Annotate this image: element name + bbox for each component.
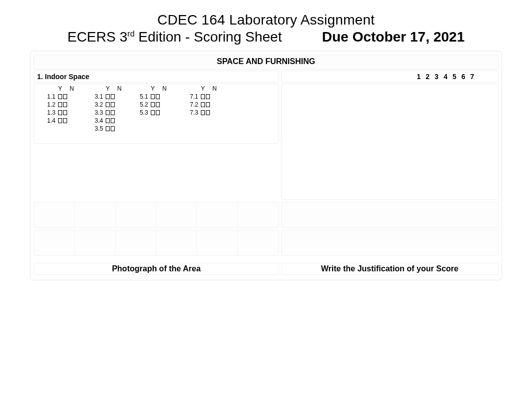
right-column: 1 2 3 4 5 6 7 (281, 71, 498, 200)
scale-row: 1 2 3 4 5 6 7 (281, 71, 498, 83)
indicators-grid: Y N 1.1 1.2 1.3 1.4 Y N 3.1 3.2 3.3 3.4 … (34, 84, 279, 144)
ind-label: 5.3 (140, 109, 151, 117)
checkbox-n[interactable] (63, 110, 67, 115)
checkbox-y[interactable] (201, 94, 205, 99)
caption-justification: Write the Justification of your Score (281, 263, 498, 275)
due-date: Due October 17, 2021 (322, 29, 465, 45)
checkbox-n[interactable] (63, 118, 67, 123)
justification-area[interactable] (281, 84, 498, 200)
checkbox-n[interactable] (156, 110, 160, 115)
ind-label: 1.1 (47, 93, 58, 101)
scale-num: 2 (426, 73, 435, 81)
blur-row-2 (34, 230, 498, 256)
ind-label: 7.3 (190, 109, 201, 117)
checkbox-n[interactable] (63, 94, 67, 99)
indicator-col-1: Y N 1.1 1.2 1.3 1.4 (47, 85, 95, 142)
title-line-2: ECERS 3rd Edition - Scoring SheetDue Oct… (30, 29, 502, 45)
ind-label: 5.2 (140, 101, 151, 109)
checkbox-n[interactable] (111, 94, 115, 99)
checkbox-n[interactable] (206, 94, 210, 99)
indicator-col-5: Y N 5.1 5.2 5.3 (140, 85, 190, 142)
checkbox-y[interactable] (106, 126, 110, 131)
scale-num: 5 (452, 73, 461, 81)
checkbox-y[interactable] (106, 110, 110, 115)
title2-sup: rd (127, 30, 134, 38)
yn-header: Y N (190, 85, 250, 93)
checkbox-y[interactable] (58, 102, 62, 107)
blur-row-1 (34, 202, 498, 228)
scale-num: 3 (435, 73, 444, 81)
section-header: SPACE AND FURNISHING (34, 55, 498, 70)
ind-label: 1.4 (47, 117, 58, 125)
ind-label: 3.1 (95, 93, 106, 101)
left-column: 1. Indoor Space Y N 1.1 1.2 1.3 1.4 Y N … (34, 71, 279, 200)
ind-label: 5.1 (140, 93, 151, 101)
ind-label: 3.3 (95, 109, 106, 117)
checkbox-y[interactable] (106, 94, 110, 99)
checkbox-y[interactable] (58, 94, 62, 99)
scale-num: 4 (443, 73, 452, 81)
ind-label: 7.2 (190, 101, 201, 109)
checkbox-n[interactable] (111, 126, 115, 131)
checkbox-y[interactable] (58, 118, 62, 123)
ind-label: 3.5 (95, 125, 106, 133)
title2-prefix: ECERS 3 (67, 29, 127, 45)
item-title: 1. Indoor Space (34, 71, 279, 83)
checkbox-y[interactable] (151, 102, 155, 107)
checkbox-y[interactable] (201, 110, 205, 115)
scoring-sheet-frame: SPACE AND FURNISHING 1. Indoor Space Y N… (30, 51, 502, 280)
ind-label: 1.2 (47, 101, 58, 109)
ind-label: 3.4 (95, 117, 106, 125)
title2-suffix: Edition - Scoring Sheet (135, 29, 282, 45)
scale-num: 7 (470, 73, 479, 81)
checkbox-y[interactable] (151, 94, 155, 99)
checkbox-n[interactable] (206, 110, 210, 115)
ind-label: 1.3 (47, 109, 58, 117)
yn-header: Y N (95, 85, 140, 93)
checkbox-n[interactable] (156, 102, 160, 107)
ind-label: 3.2 (95, 101, 106, 109)
yn-header: Y N (47, 85, 95, 93)
yn-header: Y N (140, 85, 190, 93)
captions: Photograph of the Area Write the Justifi… (34, 263, 498, 275)
ind-label: 7.1 (190, 93, 201, 101)
checkbox-n[interactable] (111, 102, 115, 107)
checkbox-n[interactable] (156, 94, 160, 99)
checkbox-n[interactable] (111, 118, 115, 123)
checkbox-y[interactable] (106, 118, 110, 123)
checkbox-y[interactable] (151, 110, 155, 115)
checkbox-y[interactable] (106, 102, 110, 107)
page: CDEC 164 Laboratory Assignment ECERS 3rd… (0, 0, 532, 292)
indicator-col-3: Y N 3.1 3.2 3.3 3.4 3.5 (95, 85, 140, 142)
checkbox-y[interactable] (58, 110, 62, 115)
indicator-col-7: Y N 7.1 7.2 7.3 (190, 85, 250, 142)
title-line-1: CDEC 164 Laboratory Assignment (30, 12, 502, 28)
checkbox-y[interactable] (201, 102, 205, 107)
scale-num: 6 (461, 73, 470, 81)
scale-num: 1 (417, 73, 426, 81)
checkbox-n[interactable] (206, 102, 210, 107)
caption-photo: Photograph of the Area (34, 263, 279, 275)
checkbox-n[interactable] (111, 110, 115, 115)
checkbox-n[interactable] (63, 102, 67, 107)
